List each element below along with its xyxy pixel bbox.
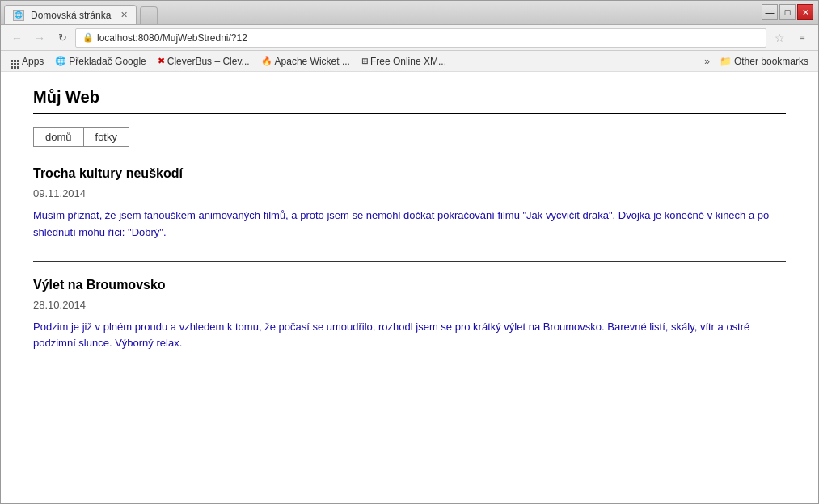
apps-grid-icon (11, 54, 19, 69)
menu-button[interactable]: ≡ (792, 28, 812, 48)
tab-close-button[interactable]: ✕ (120, 10, 128, 20)
other-bookmarks-label: Other bookmarks (734, 56, 808, 67)
article-divider-1 (33, 261, 786, 262)
article-1-title: Trocha kultury neuškodí (33, 166, 786, 181)
folder-icon: 📁 (720, 56, 732, 67)
article-1-text: Musím přiznat, že jsem fanouškem animova… (33, 208, 786, 242)
wicket-icon: 🔥 (261, 56, 272, 66)
bookmarks-more-button[interactable]: » (701, 54, 713, 69)
address-bar[interactable]: 🔒 localhost:8080/MujWebStredni/?12 (75, 28, 766, 48)
bookmark-google-translate[interactable]: 🌐 Překladač Google (50, 54, 150, 69)
bookmark-wicket-label: Apache Wicket ... (275, 56, 350, 67)
title-bar: 🌐 Domovská stránka ✕ — □ ✕ (1, 1, 818, 25)
address-text: localhost:8080/MujWebStredni/?12 (97, 32, 247, 44)
bookmark-google-translate-label: Překladač Google (69, 56, 146, 67)
bookmark-apache-wicket[interactable]: 🔥 Apache Wicket ... (256, 54, 355, 69)
close-button[interactable]: ✕ (797, 4, 813, 20)
tab-fotky[interactable]: fotky (84, 127, 129, 147)
article-1-date: 09.11.2014 (33, 187, 786, 200)
article-2-title: Výlet na Broumovsko (33, 278, 786, 292)
tab-favicon: 🌐 (13, 10, 24, 21)
window-controls: — □ ✕ (762, 4, 813, 20)
article-2: Výlet na Broumovsko 28.10.2014 Podzim je… (33, 278, 786, 353)
page-nav-tabs: domů fotky (33, 127, 786, 147)
bookmark-apps[interactable]: Apps (6, 52, 49, 70)
article-2-date: 28.10.2014 (33, 299, 786, 311)
article-2-text: Podzim je již v plném proudu a vzhledem … (33, 319, 786, 353)
bookmark-xml-label: Free Online XM... (370, 56, 446, 67)
bookmark-cleverbus[interactable]: ✖ CleverBus – Clev... (153, 54, 255, 69)
active-tab[interactable]: 🌐 Domovská stránka ✕ (4, 5, 137, 24)
page-content: Můj Web domů fotky Trocha kultury neuško… (1, 72, 818, 503)
other-bookmarks[interactable]: 📁 Other bookmarks (715, 54, 813, 69)
google-translate-icon: 🌐 (55, 56, 66, 66)
xml-icon: ⊞ (361, 57, 368, 65)
tab-label: Domovská stránka (31, 10, 111, 21)
browser-window: 🌐 Domovská stránka ✕ — □ ✕ ← → ↻ 🔒 local… (0, 0, 819, 504)
bookmark-xml[interactable]: ⊞ Free Online XM... (357, 54, 451, 69)
minimize-button[interactable]: — (762, 4, 778, 20)
tab-domu[interactable]: domů (33, 127, 84, 147)
refresh-button[interactable]: ↻ (53, 28, 72, 48)
bookmark-apps-label: Apps (22, 56, 44, 67)
maximize-button[interactable]: □ (779, 4, 796, 20)
back-button[interactable]: ← (7, 28, 27, 48)
site-title: Můj Web (33, 88, 786, 114)
forward-button[interactable]: → (30, 28, 49, 48)
article-1: Trocha kultury neuškodí 09.11.2014 Musím… (33, 166, 786, 242)
bookmark-star-button[interactable]: ☆ (770, 28, 789, 48)
bookmarks-bar: Apps 🌐 Překladač Google ✖ CleverBus – Cl… (1, 51, 818, 72)
article-divider-2 (33, 372, 786, 372)
nav-bar: ← → ↻ 🔒 localhost:8080/MujWebStredni/?12… (1, 25, 818, 51)
cleverbus-icon: ✖ (158, 56, 165, 66)
address-lock-icon: 🔒 (82, 32, 94, 43)
new-tab[interactable] (140, 6, 158, 24)
bookmark-cleverbus-label: CleverBus – Clev... (167, 56, 250, 67)
